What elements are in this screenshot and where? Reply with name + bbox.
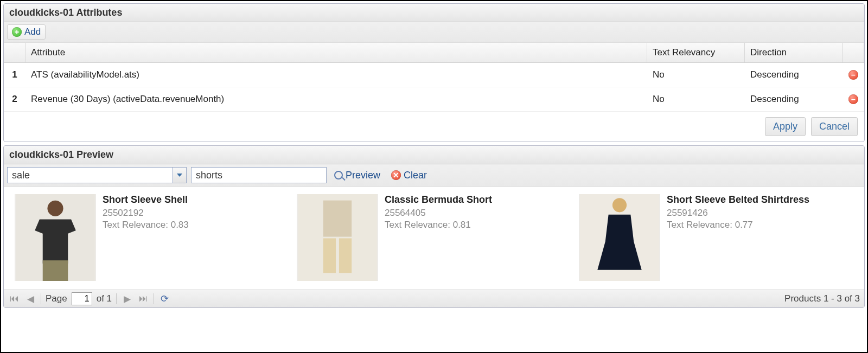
separator [154,293,154,304]
add-icon: + [12,27,22,37]
preview-results: Short Sleeve Shell 25502192 Text Relevan… [4,187,864,290]
product-sku: 25502192 [103,208,189,219]
preview-panel-title: cloudkicks-01 Preview [4,146,864,164]
preview-button[interactable]: Preview [331,168,384,183]
product-title: Short Sleeve Belted Shirtdress [667,194,809,206]
page-of-label: of 1 [97,293,112,304]
product-image-icon [297,194,378,281]
svg-rect-6 [339,238,352,273]
cancel-button[interactable]: Cancel [811,117,858,136]
product-thumbnail [15,194,96,281]
delete-row-button[interactable]: – [848,70,858,80]
product-card[interactable]: Short Sleeve Shell 25502192 Text Relevan… [15,194,275,281]
attributes-grid-header: Attribute Text Relevancy Direction [4,42,864,63]
svg-rect-5 [323,238,336,273]
attributes-panel-title: cloudkicks-01 Attributes [4,4,864,22]
col-header-attribute[interactable]: Attribute [25,43,647,62]
apply-button[interactable]: Apply [765,117,806,136]
svg-point-1 [47,201,63,216]
search-icon [334,171,343,179]
preview-toolbar: Preview ✕ Clear [4,164,864,187]
product-relevance: Text Relevance: 0.83 [103,220,189,230]
row-text-relevancy: No [647,63,745,87]
attribute-row[interactable]: 1 ATS (availabilityModel.ats) No Descend… [4,63,864,87]
paging-status: Products 1 - 3 of 3 [784,293,860,304]
row-direction: Descending [745,63,843,87]
paging-toolbar: ⏮ ◀ Page of 1 ▶ ⏭ ⟳ Products 1 - 3 of 3 [4,290,864,307]
row-direction: Descending [745,87,843,111]
search-input[interactable] [191,167,327,183]
product-card[interactable]: Classic Bermuda Short 25564405 Text Rele… [297,194,557,281]
product-card[interactable]: Short Sleeve Belted Shirtdress 25591426 … [579,194,839,281]
prev-page-button[interactable]: ◀ [24,293,36,305]
row-attribute: Revenue (30 Days) (activeData.revenueMon… [25,87,647,111]
row-attribute: ATS (availabilityModel.ats) [25,63,647,87]
add-button[interactable]: + Add [7,24,46,40]
category-input[interactable] [7,167,173,183]
first-page-button[interactable]: ⏮ [8,293,20,305]
refresh-button[interactable]: ⟳ [158,293,170,305]
svg-rect-2 [43,260,68,281]
row-number: 1 [4,63,25,87]
clear-button[interactable]: ✕ Clear [388,168,430,183]
row-text-relevancy: No [647,87,745,111]
separator [41,293,41,304]
product-thumbnail [579,194,660,281]
attributes-toolbar: + Add [4,22,864,42]
clear-icon: ✕ [391,170,401,180]
product-image-icon [15,194,96,281]
product-title: Short Sleeve Shell [103,194,189,206]
delete-row-button[interactable]: – [848,94,858,104]
product-thumbnail [297,194,378,281]
svg-point-8 [612,198,627,212]
col-header-direction[interactable]: Direction [745,43,843,62]
product-relevance: Text Relevance: 0.77 [667,220,809,230]
category-combo-trigger[interactable] [173,167,187,183]
chevron-down-icon [177,174,182,177]
preview-button-label: Preview [346,170,380,181]
product-sku: 25564405 [385,208,492,219]
add-button-label: Add [24,27,41,37]
clear-button-label: Clear [404,170,427,181]
last-page-button[interactable]: ⏭ [137,293,149,305]
attribute-row[interactable]: 2 Revenue (30 Days) (activeData.revenueM… [4,87,864,112]
category-combo [7,167,187,183]
product-image-icon [579,194,660,281]
product-title: Classic Bermuda Short [385,194,492,206]
product-sku: 25591426 [667,208,809,219]
separator [116,293,117,304]
page-label: Page [46,293,67,304]
page-number-input[interactable] [72,292,92,305]
attributes-panel: cloudkicks-01 Attributes + Add Attribute… [3,3,865,142]
col-header-num [4,43,25,62]
product-relevance: Text Relevance: 0.81 [385,220,492,230]
col-header-text-relevancy[interactable]: Text Relevancy [647,43,745,62]
col-header-actions [843,43,864,62]
next-page-button[interactable]: ▶ [121,293,133,305]
svg-rect-4 [323,201,352,237]
attributes-actions: Apply Cancel [4,112,864,142]
row-number: 2 [4,87,25,111]
preview-panel: cloudkicks-01 Preview Preview ✕ Clear [3,145,865,308]
